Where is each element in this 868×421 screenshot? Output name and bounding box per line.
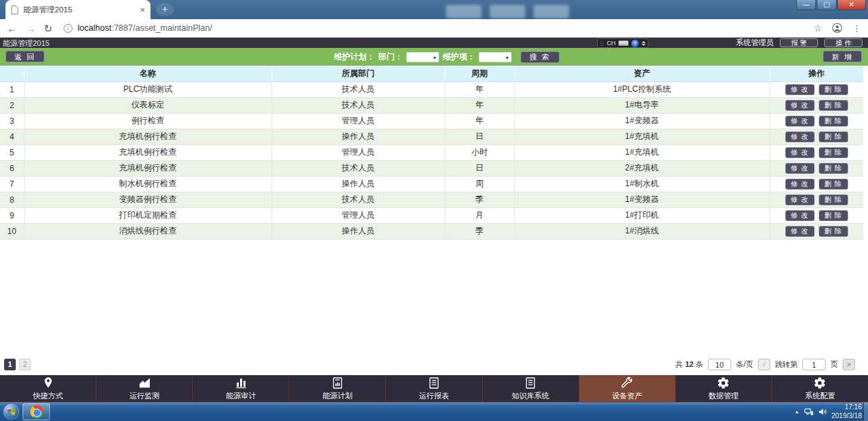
modify-button[interactable]: 修 改	[785, 194, 815, 205]
ime-language-indicator[interactable]: CH	[607, 40, 616, 47]
row-index: 2	[0, 97, 24, 113]
nav-item-data[interactable]: 数据管理	[676, 375, 772, 402]
network-icon[interactable]	[804, 407, 813, 416]
column-header: 操作	[770, 66, 863, 81]
taskbar-clock[interactable]: 17:16 2019/3/18	[832, 403, 863, 420]
site-info-icon[interactable]: i	[64, 24, 73, 33]
browser-tab[interactable]: 能源管理2015 ×	[5, 0, 150, 19]
return-button[interactable]: 返 回	[5, 51, 44, 62]
nav-item-plan[interactable]: 能源计划	[289, 375, 386, 402]
taskbar-chrome-button[interactable]	[23, 403, 50, 420]
delete-button[interactable]: 删 除	[819, 226, 848, 237]
new-tab-button[interactable]: +	[156, 3, 174, 16]
menu-kebab-icon[interactable]: ⋮	[852, 23, 861, 34]
maintain-item-select[interactable]: ▼	[479, 52, 512, 62]
delete-button[interactable]: 删 除	[819, 131, 848, 142]
jump-label: 跳转第	[775, 359, 798, 370]
modify-button[interactable]: 修 改	[785, 226, 815, 237]
delete-button[interactable]: 删 除	[819, 84, 848, 95]
windows-flag-icon	[7, 408, 16, 416]
keyboard-icon[interactable]	[618, 40, 629, 46]
tab-close-icon[interactable]: ×	[140, 5, 145, 14]
speaker-icon[interactable]	[818, 407, 827, 416]
delete-button[interactable]: 删 除	[819, 163, 848, 174]
cell-asset: 1#变频器	[514, 192, 770, 207]
back-icon[interactable]: ←	[7, 23, 17, 34]
app-title: 能源管理2015	[3, 38, 49, 49]
nav-item-config[interactable]: 系统配置	[772, 375, 868, 402]
delete-button[interactable]: 删 除	[819, 100, 848, 111]
table-row: 6充填机例行检查技术人员日2#充填机修 改删 除	[0, 160, 863, 176]
minimize-button[interactable]: —	[796, 0, 816, 10]
column-header: 所属部门	[272, 66, 445, 81]
delete-button[interactable]: 删 除	[819, 179, 848, 190]
refresh-icon[interactable]: ↻	[44, 23, 53, 34]
delete-button[interactable]: 删 除	[819, 194, 848, 205]
nav-item-monitoring[interactable]: 运行监测	[96, 375, 193, 402]
header-right-group: 系统管理员 报 警 操 作	[736, 38, 863, 48]
modify-button[interactable]: 修 改	[785, 179, 815, 190]
modify-button[interactable]: 修 改	[785, 84, 815, 95]
maximize-button[interactable]: ▢	[817, 0, 837, 10]
operation-button[interactable]: 操 作	[824, 38, 863, 47]
modify-button[interactable]: 修 改	[785, 131, 815, 142]
show-desktop-button[interactable]	[863, 403, 868, 421]
cell-dept: 管理人员	[272, 144, 445, 160]
bookmark-star-icon[interactable]: ☆	[813, 23, 822, 34]
modify-button[interactable]: 修 改	[785, 210, 815, 221]
cell-name: 变频器例行检查	[24, 192, 272, 207]
bar-chart-icon	[234, 376, 248, 390]
cell-period: 年	[445, 97, 514, 113]
cell-asset: 1#充填机	[514, 144, 770, 160]
chevron-down-icon: ▼	[505, 55, 510, 60]
browser-tab-strip: 能源管理2015 × + — ▢ ✕	[0, 0, 868, 19]
ime-options-icon[interactable]	[642, 41, 646, 46]
cell-actions: 修 改删 除	[770, 223, 863, 239]
nav-item-audit[interactable]: 能源审计	[193, 375, 289, 402]
page-number-button[interactable]: 1	[4, 359, 16, 370]
address-bar[interactable]: i localhost:7887/asset_maintainPlan/	[61, 23, 806, 33]
nav-item-knowledge[interactable]: 知识库系统	[483, 375, 579, 402]
pagination-info: 共 12 条 条/页 √ 跳转第 页 >	[676, 359, 855, 370]
modify-button[interactable]: 修 改	[785, 116, 815, 127]
page-toolbar: 返 回 维护计划： 部门： ▼ 维护项： ▼ 搜 索 新 增	[0, 48, 868, 66]
ime-toolbar[interactable]: CH ?	[597, 38, 648, 48]
page-size-input[interactable]	[708, 359, 731, 370]
page-number-button[interactable]: 2	[19, 359, 31, 370]
cell-asset: 1#变频器	[514, 113, 770, 129]
confirm-page-size-button[interactable]: √	[758, 359, 770, 370]
nav-item-label: 数据管理	[709, 391, 739, 401]
nav-item-asset[interactable]: 设备资产	[579, 375, 676, 402]
area-chart-icon	[137, 376, 151, 390]
close-button[interactable]: ✕	[837, 0, 866, 10]
forward-icon[interactable]: →	[25, 23, 36, 34]
next-page-button[interactable]: >	[843, 359, 855, 370]
add-button[interactable]: 新 增	[823, 51, 862, 62]
start-button[interactable]	[3, 404, 19, 420]
nav-item-shortcut[interactable]: 快捷方式	[0, 375, 96, 402]
jump-page-input[interactable]	[802, 359, 826, 370]
cell-actions: 修 改删 除	[770, 176, 863, 192]
delete-button[interactable]: 删 除	[819, 147, 848, 158]
modify-button[interactable]: 修 改	[785, 163, 815, 174]
tray-expand-icon[interactable]: ▲	[795, 409, 800, 414]
cell-asset: 1#充填机	[514, 129, 770, 144]
cell-actions: 修 改删 除	[770, 160, 863, 176]
window-glass-reflection	[490, 5, 525, 18]
search-button[interactable]: 搜 索	[521, 51, 560, 63]
dept-select[interactable]: ▼	[406, 52, 439, 62]
row-index: 8	[0, 192, 24, 207]
row-index: 4	[0, 129, 24, 144]
delete-button[interactable]: 删 除	[819, 116, 848, 127]
modify-button[interactable]: 修 改	[785, 147, 815, 158]
modify-button[interactable]: 修 改	[785, 100, 815, 111]
profile-icon[interactable]	[832, 23, 843, 34]
cell-period: 小时	[445, 144, 514, 160]
delete-button[interactable]: 删 除	[819, 210, 848, 221]
nav-item-report[interactable]: 运行报表	[386, 375, 482, 402]
alarm-button[interactable]: 报 警	[780, 38, 818, 47]
help-icon[interactable]: ?	[631, 40, 639, 47]
window-glass-reflection	[446, 5, 482, 18]
ime-grip-icon[interactable]	[600, 40, 604, 47]
cell-name: 消烘线例行检查	[24, 223, 272, 239]
